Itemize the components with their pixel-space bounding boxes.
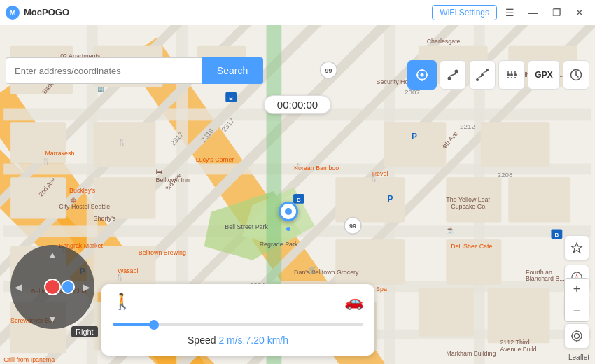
svg-point-135 xyxy=(507,77,509,78)
wifi-settings-button[interactable]: WiFi Settings xyxy=(432,5,497,20)
timer-display: 00:00:00 xyxy=(264,95,331,114)
svg-point-119 xyxy=(421,74,424,77)
map: 99 99 2317 2318 2317 2307 2212 2208 2224… xyxy=(0,25,595,364)
favorites-button[interactable] xyxy=(564,235,589,260)
app-title: MocPOGO xyxy=(24,7,69,18)
svg-text:🛒: 🛒 xyxy=(308,265,317,274)
speed-slider-wrapper xyxy=(113,316,363,329)
svg-rect-45 xyxy=(488,288,550,343)
svg-text:Grill from Ipanema: Grill from Ipanema xyxy=(4,356,55,363)
svg-point-147 xyxy=(575,334,580,339)
svg-text:🍴: 🍴 xyxy=(118,138,127,147)
zoom-controls: + − xyxy=(564,278,589,322)
svg-text:🏨: 🏨 xyxy=(70,196,77,203)
svg-text:99: 99 xyxy=(349,223,356,230)
svg-point-128 xyxy=(486,69,489,71)
svg-text:99: 99 xyxy=(326,67,332,74)
joystick-left-arrow[interactable]: ◀ xyxy=(15,281,22,293)
svg-text:2112 Third: 2112 Third xyxy=(500,339,529,346)
svg-text:Shorty's: Shorty's xyxy=(94,215,116,222)
multi-route-button[interactable] xyxy=(469,60,496,90)
svg-point-127 xyxy=(481,74,484,76)
svg-text:Regrade Park: Regrade Park xyxy=(260,241,298,248)
svg-point-148 xyxy=(572,331,582,341)
svg-point-137 xyxy=(514,77,516,78)
svg-text:Buckley's: Buckley's xyxy=(69,187,96,194)
svg-point-124 xyxy=(448,77,451,80)
svg-point-130 xyxy=(510,74,513,76)
svg-text:2212: 2212 xyxy=(460,122,475,130)
svg-point-134 xyxy=(514,71,516,73)
svg-rect-32 xyxy=(10,177,66,218)
svg-text:🏢: 🏢 xyxy=(97,85,104,92)
svg-rect-28 xyxy=(10,122,66,163)
svg-text:☕: ☕ xyxy=(446,225,455,234)
svg-point-125 xyxy=(455,70,458,74)
route-tool-button[interactable] xyxy=(440,60,466,90)
speed-panel: 🚶 🚗 Speed 2 m/s,7.20 km/h xyxy=(102,284,374,356)
svg-text:🍴: 🍴 xyxy=(295,162,304,171)
svg-point-129 xyxy=(507,74,510,76)
svg-marker-143 xyxy=(576,273,578,277)
waypoint-button[interactable] xyxy=(498,60,525,90)
svg-rect-30 xyxy=(384,122,446,167)
svg-text:Fourth an: Fourth an xyxy=(526,269,552,276)
svg-text:B: B xyxy=(229,95,233,102)
svg-point-133 xyxy=(511,71,512,73)
maximize-button[interactable]: ❐ xyxy=(547,4,567,21)
svg-text:Lucy's Corner: Lucy's Corner xyxy=(196,156,234,163)
svg-text:Charlesgate: Charlesgate xyxy=(427,38,461,45)
speed-display: Speed 2 m/s,7.20 km/h xyxy=(113,335,363,346)
svg-text:The Yellow Leaf: The Yellow Leaf xyxy=(446,196,490,203)
right-direction-label: Right xyxy=(71,326,98,337)
app-logo: M xyxy=(6,6,20,20)
svg-rect-31 xyxy=(481,122,550,167)
svg-text:City Hostel Seattle: City Hostel Seattle xyxy=(59,203,110,210)
menu-button[interactable]: ☰ xyxy=(500,4,520,21)
svg-text:🍴: 🍴 xyxy=(115,272,125,281)
svg-text:🛏: 🛏 xyxy=(156,168,162,175)
svg-rect-36 xyxy=(508,177,570,222)
joystick-inner: ▲ ▼ ◀ ▶ xyxy=(10,245,94,329)
svg-point-136 xyxy=(511,77,512,78)
svg-text:Cupcake Co.: Cupcake Co. xyxy=(451,203,486,210)
svg-text:Markham Building: Markham Building xyxy=(446,350,496,357)
address-input[interactable] xyxy=(6,57,202,84)
zoom-in-button[interactable]: + xyxy=(564,278,589,300)
locate-button[interactable] xyxy=(564,323,589,349)
joystick: ▲ ▼ ◀ ▶ xyxy=(10,245,94,329)
svg-text:P: P xyxy=(412,132,417,141)
walk-icon[interactable]: 🚶 xyxy=(113,293,132,311)
titlebar-left: M MocPOGO xyxy=(6,6,69,20)
joystick-blue-dot xyxy=(61,280,75,294)
search-button[interactable]: Search xyxy=(202,57,263,84)
center-button[interactable] xyxy=(407,60,437,90)
joystick-center[interactable] xyxy=(44,279,61,295)
svg-text:Marrakesh: Marrakesh xyxy=(45,150,74,157)
titlebar-right: WiFi Settings ☰ — ❐ ✕ xyxy=(432,4,589,21)
svg-text:Dan's Belltown Grocery: Dan's Belltown Grocery xyxy=(294,269,359,276)
svg-rect-34 xyxy=(335,177,405,222)
joystick-down-arrow[interactable]: ▼ xyxy=(48,314,57,325)
joystick-up-arrow[interactable]: ▲ xyxy=(48,249,57,260)
gpx-button[interactable]: GPX xyxy=(528,60,560,90)
svg-text:Deli Shez Cafe: Deli Shez Cafe xyxy=(451,243,492,250)
svg-marker-141 xyxy=(572,243,582,253)
speed-label: Speed xyxy=(188,335,218,346)
speed-slider[interactable] xyxy=(113,323,363,326)
car-icon[interactable]: 🚗 xyxy=(344,293,363,311)
svg-point-132 xyxy=(507,71,509,73)
svg-line-140 xyxy=(576,75,578,77)
minimize-button[interactable]: — xyxy=(523,4,544,21)
close-button[interactable]: ✕ xyxy=(570,4,589,21)
svg-text:🍴: 🍴 xyxy=(370,174,379,183)
leaflet-attribution: Leaflet xyxy=(568,354,589,361)
svg-text:P: P xyxy=(387,194,393,204)
zoom-out-button[interactable]: − xyxy=(564,300,589,322)
history-button[interactable] xyxy=(563,60,589,90)
svg-text:Avenue Build...: Avenue Build... xyxy=(500,346,542,353)
svg-text:B: B xyxy=(555,232,559,238)
joystick-right-arrow[interactable]: ▶ xyxy=(83,281,90,293)
speed-value: 2 m/s,7.20 km/h xyxy=(218,335,288,346)
svg-text:🍴: 🍴 xyxy=(42,157,51,166)
